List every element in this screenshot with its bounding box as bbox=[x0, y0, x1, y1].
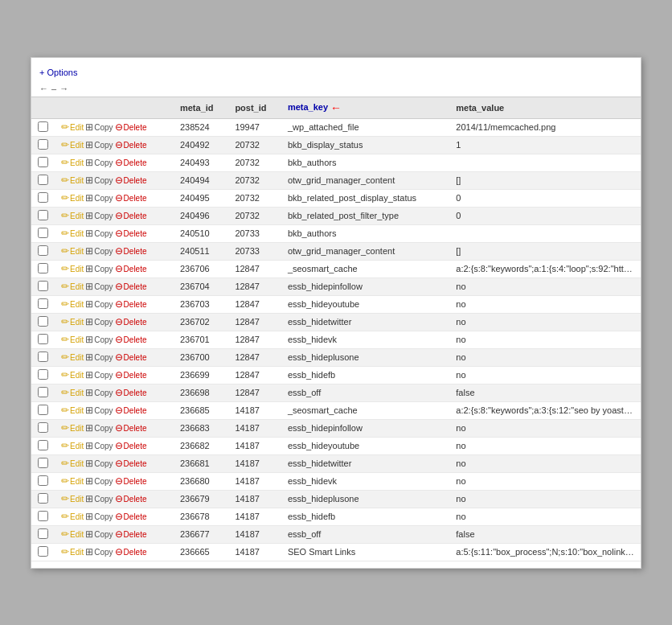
copy-action[interactable]: ⊞Copy bbox=[85, 316, 113, 327]
header-meta-key[interactable]: meta_key ← bbox=[281, 97, 449, 118]
delete-action[interactable]: ⊖Delete bbox=[115, 210, 147, 221]
edit-action[interactable]: ✏Edit bbox=[61, 546, 84, 557]
row-checkbox[interactable] bbox=[38, 298, 48, 309]
delete-action[interactable]: ⊖Delete bbox=[115, 546, 147, 557]
header-meta-id[interactable]: meta_id bbox=[174, 97, 228, 118]
copy-action[interactable]: ⊞Copy bbox=[85, 511, 113, 522]
row-checkbox[interactable] bbox=[38, 139, 48, 150]
row-checkbox[interactable] bbox=[38, 440, 48, 450]
copy-action[interactable]: ⊞Copy bbox=[85, 458, 113, 469]
delete-action[interactable]: ⊖Delete bbox=[115, 263, 147, 274]
nav-back[interactable]: ← bbox=[39, 84, 48, 93]
copy-action[interactable]: ⊞Copy bbox=[85, 263, 113, 274]
delete-action[interactable]: ⊖Delete bbox=[115, 352, 147, 363]
row-checkbox[interactable] bbox=[38, 245, 48, 256]
row-checkbox[interactable] bbox=[38, 511, 48, 521]
edit-action[interactable]: ✏Edit bbox=[61, 440, 84, 451]
edit-action[interactable]: ✏Edit bbox=[61, 245, 84, 257]
edit-action[interactable]: ✏Edit bbox=[61, 493, 84, 504]
copy-action[interactable]: ⊞Copy bbox=[85, 493, 113, 504]
delete-action[interactable]: ⊖Delete bbox=[115, 528, 147, 540]
nav-forward[interactable]: → bbox=[59, 84, 68, 93]
delete-action[interactable]: ⊖Delete bbox=[115, 157, 147, 168]
edit-action[interactable]: ✏Edit bbox=[61, 228, 84, 239]
delete-action[interactable]: ⊖Delete bbox=[115, 139, 147, 150]
row-checkbox[interactable] bbox=[38, 352, 48, 362]
edit-action[interactable]: ✏Edit bbox=[61, 316, 84, 327]
row-checkbox[interactable] bbox=[38, 475, 48, 486]
copy-action[interactable]: ⊞Copy bbox=[85, 352, 113, 363]
copy-action[interactable]: ⊞Copy bbox=[85, 334, 113, 345]
copy-action[interactable]: ⊞Copy bbox=[85, 245, 113, 257]
row-checkbox[interactable] bbox=[38, 493, 48, 504]
delete-action[interactable]: ⊖Delete bbox=[115, 422, 147, 434]
edit-action[interactable]: ✏Edit bbox=[61, 422, 84, 434]
copy-action[interactable]: ⊞Copy bbox=[85, 546, 113, 557]
copy-action[interactable]: ⊞Copy bbox=[85, 422, 113, 434]
row-checkbox[interactable] bbox=[38, 422, 48, 433]
row-checkbox[interactable] bbox=[38, 281, 48, 291]
edit-action[interactable]: ✏Edit bbox=[61, 528, 84, 540]
delete-action[interactable]: ⊖Delete bbox=[115, 298, 147, 310]
row-checkbox[interactable] bbox=[38, 263, 48, 273]
delete-action[interactable]: ⊖Delete bbox=[115, 405, 147, 416]
delete-action[interactable]: ⊖Delete bbox=[115, 121, 147, 133]
copy-action[interactable]: ⊞Copy bbox=[85, 157, 113, 168]
copy-action[interactable]: ⊞Copy bbox=[85, 528, 113, 540]
delete-action[interactable]: ⊖Delete bbox=[115, 458, 147, 469]
copy-action[interactable]: ⊞Copy bbox=[85, 475, 113, 487]
copy-action[interactable]: ⊞Copy bbox=[85, 228, 113, 239]
edit-action[interactable]: ✏Edit bbox=[61, 298, 84, 310]
copy-action[interactable]: ⊞Copy bbox=[85, 121, 113, 133]
edit-action[interactable]: ✏Edit bbox=[61, 263, 84, 274]
edit-action[interactable]: ✏Edit bbox=[61, 458, 84, 469]
delete-action[interactable]: ⊖Delete bbox=[115, 369, 147, 380]
options-bar[interactable]: + Options bbox=[31, 64, 641, 82]
edit-action[interactable]: ✏Edit bbox=[61, 210, 84, 221]
edit-action[interactable]: ✏Edit bbox=[61, 157, 84, 168]
row-checkbox[interactable] bbox=[38, 528, 48, 539]
options-link[interactable]: + Options bbox=[39, 68, 77, 77]
copy-action[interactable]: ⊞Copy bbox=[85, 175, 113, 186]
edit-action[interactable]: ✏Edit bbox=[61, 387, 84, 398]
copy-action[interactable]: ⊞Copy bbox=[85, 405, 113, 416]
copy-action[interactable]: ⊞Copy bbox=[85, 369, 113, 380]
row-checkbox[interactable] bbox=[38, 405, 48, 415]
row-checkbox[interactable] bbox=[38, 121, 48, 132]
edit-action[interactable]: ✏Edit bbox=[61, 334, 84, 345]
edit-action[interactable]: ✏Edit bbox=[61, 281, 84, 292]
header-meta-value[interactable]: meta_value bbox=[449, 97, 641, 118]
delete-action[interactable]: ⊖Delete bbox=[115, 316, 147, 327]
delete-action[interactable]: ⊖Delete bbox=[115, 493, 147, 504]
copy-action[interactable]: ⊞Copy bbox=[85, 192, 113, 204]
delete-action[interactable]: ⊖Delete bbox=[115, 175, 147, 186]
row-checkbox[interactable] bbox=[38, 228, 48, 238]
copy-action[interactable]: ⊞Copy bbox=[85, 387, 113, 398]
row-checkbox[interactable] bbox=[38, 369, 48, 380]
delete-action[interactable]: ⊖Delete bbox=[115, 192, 147, 204]
edit-action[interactable]: ✏Edit bbox=[61, 175, 84, 186]
edit-action[interactable]: ✏Edit bbox=[61, 405, 84, 416]
delete-action[interactable]: ⊖Delete bbox=[115, 511, 147, 522]
delete-action[interactable]: ⊖Delete bbox=[115, 334, 147, 345]
edit-action[interactable]: ✏Edit bbox=[61, 121, 84, 133]
row-checkbox[interactable] bbox=[38, 546, 48, 557]
edit-action[interactable]: ✏Edit bbox=[61, 475, 84, 487]
row-checkbox[interactable] bbox=[38, 157, 48, 167]
header-post-id[interactable]: post_id bbox=[228, 97, 281, 118]
delete-action[interactable]: ⊖Delete bbox=[115, 245, 147, 257]
row-checkbox[interactable] bbox=[38, 210, 48, 220]
edit-action[interactable]: ✏Edit bbox=[61, 352, 84, 363]
edit-action[interactable]: ✏Edit bbox=[61, 192, 84, 204]
row-checkbox[interactable] bbox=[38, 175, 48, 185]
copy-action[interactable]: ⊞Copy bbox=[85, 281, 113, 292]
edit-action[interactable]: ✏Edit bbox=[61, 369, 84, 380]
copy-action[interactable]: ⊞Copy bbox=[85, 139, 113, 150]
row-checkbox[interactable] bbox=[38, 387, 48, 397]
delete-action[interactable]: ⊖Delete bbox=[115, 228, 147, 239]
copy-action[interactable]: ⊞Copy bbox=[85, 440, 113, 451]
edit-action[interactable]: ✏Edit bbox=[61, 139, 84, 150]
row-checkbox[interactable] bbox=[38, 192, 48, 203]
delete-action[interactable]: ⊖Delete bbox=[115, 440, 147, 451]
row-checkbox[interactable] bbox=[38, 316, 48, 327]
